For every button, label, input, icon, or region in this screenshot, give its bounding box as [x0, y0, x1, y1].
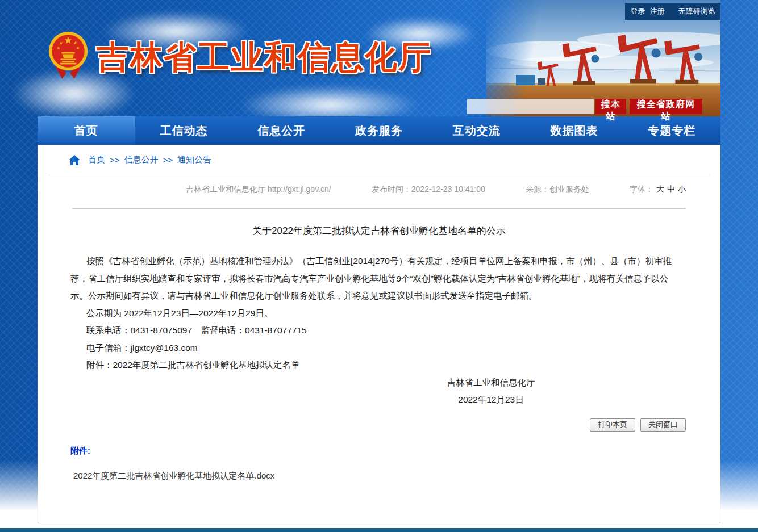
close-window-button[interactable]: 关闭窗口: [640, 418, 686, 432]
meta-source-site: 吉林省工业和信息化厅 http://gxt.jl.gov.cn/: [186, 185, 331, 195]
breadcrumb-separator: >>: [110, 155, 120, 165]
page: 登录 注册 无障碍浏览: [0, 0, 758, 532]
paragraph: 附件：2022年度第二批吉林省创业孵化基地拟认定名单: [70, 357, 686, 374]
paragraph: 按照《吉林省创业孵化（示范）基地核准和管理办法》（吉工信创业[2014]270号…: [70, 253, 686, 305]
nav-item-special-topics[interactable]: 专题专栏: [623, 116, 720, 145]
paragraph: 公示期为 2022年12月23日—2022年12月29日。: [70, 305, 686, 322]
divider: [72, 208, 686, 209]
site-logo[interactable]: 吉林省工业和信息化厅: [48, 28, 432, 86]
article-meta: 吉林省工业和信息化厅 http://gxt.jl.gov.cn/ 发布时间：20…: [38, 185, 720, 195]
register-link[interactable]: 注册: [650, 6, 665, 16]
breadcrumb-home[interactable]: 首页: [88, 154, 105, 165]
site-title: 吉林省工业和信息化厅: [97, 36, 432, 79]
nav-item-interaction[interactable]: 互动交流: [428, 116, 526, 145]
search-gov-button[interactable]: 搜全省政府网站: [630, 99, 702, 114]
search-input[interactable]: [467, 99, 594, 114]
breadcrumb-separator: >>: [163, 155, 173, 165]
search-site-button[interactable]: 搜本站: [595, 99, 626, 114]
login-bar: 登录 注册 无障碍浏览: [625, 3, 720, 20]
search-bar: 搜本站 搜全省政府网站: [467, 99, 702, 114]
action-buttons: 打印本页 关闭窗口: [38, 418, 720, 432]
attachment-label: 附件:: [70, 446, 720, 456]
nav-item-home[interactable]: 首页: [38, 116, 135, 145]
main-nav: 首页 工信动态 信息公开 政务服务 互动交流 数据图表 专题专栏: [38, 116, 720, 145]
national-emblem-icon: [48, 28, 89, 86]
accessibility-link[interactable]: 无障碍浏览: [678, 6, 715, 16]
meta-origin: 来源：创业服务处: [526, 185, 589, 195]
content-panel: 首页 >> 信息公开 >> 通知公告 吉林省工业和信息化厅 http://gxt…: [38, 145, 720, 523]
font-size-small[interactable]: 小: [678, 185, 686, 194]
attachment-file-link[interactable]: 2022年度第二批吉林省创业孵化基地拟认定名单.docx: [73, 471, 274, 481]
article-title: 关于2022年度第二批拟认定吉林省创业孵化基地名单的公示: [38, 224, 720, 237]
paragraph: 联系电话：0431-87075097 监督电话：0431-87077715: [70, 322, 686, 340]
meta-font-controls: 字体：大中小: [630, 185, 686, 195]
signature-org: 吉林省工业和信息化厅: [426, 374, 556, 392]
font-size-large[interactable]: 大: [656, 185, 664, 194]
font-size-medium[interactable]: 中: [667, 185, 675, 194]
breadcrumb: 首页 >> 信息公开 >> 通知公告: [48, 145, 710, 175]
nav-item-info-disclosure[interactable]: 信息公开: [232, 116, 330, 145]
signature-date: 2022年12月23日: [426, 391, 556, 409]
article-body: 按照《吉林省创业孵化（示范）基地核准和管理办法》（吉工信创业[2014]270号…: [38, 253, 720, 374]
breadcrumb-notices[interactable]: 通知公告: [177, 154, 211, 165]
home-icon: [69, 155, 80, 165]
font-size-label: 字体：: [630, 185, 653, 194]
print-page-button[interactable]: 打印本页: [590, 418, 635, 432]
meta-publish-time: 发布时间：2022-12-23 10:41:00: [372, 185, 485, 195]
signature-block: 吉林省工业和信息化厅 2022年12月23日: [426, 374, 556, 409]
login-link[interactable]: 登录: [631, 6, 645, 16]
nav-item-news[interactable]: 工信动态: [135, 116, 233, 145]
footer-bar: [0, 528, 758, 532]
paragraph: 电子信箱：jlgxtcy@163.com: [70, 340, 686, 357]
nav-item-services[interactable]: 政务服务: [330, 116, 428, 145]
breadcrumb-info-disclosure[interactable]: 信息公开: [124, 154, 159, 165]
